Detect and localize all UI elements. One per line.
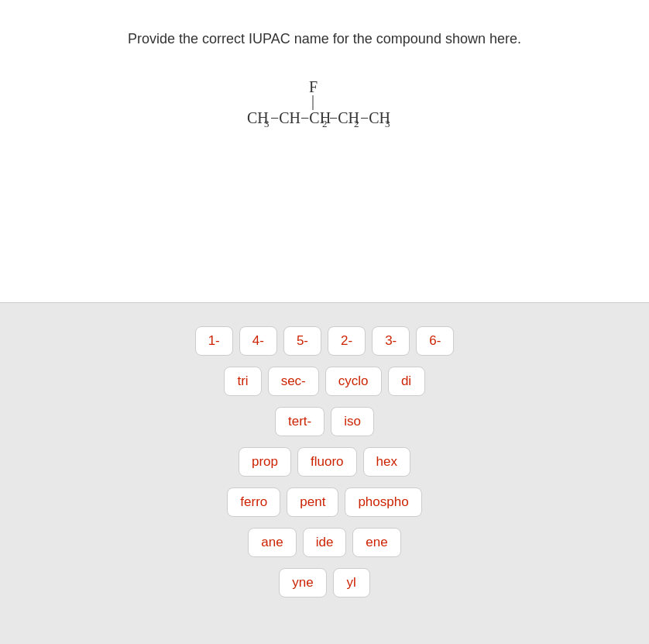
svg-text:2: 2 xyxy=(354,118,359,129)
token-row-5: ferro pent phospho xyxy=(227,487,421,517)
token-2-[interactable]: 2- xyxy=(328,326,366,356)
token-pent[interactable]: pent xyxy=(287,487,338,517)
token-tert[interactable]: tert- xyxy=(275,407,324,436)
compound-diagram: F | CH 3 −CH−CH 2 −CH 2 −CH 3 xyxy=(46,78,603,148)
token-row-4: prop fluoro hex xyxy=(239,447,410,477)
token-cyclo[interactable]: cyclo xyxy=(325,367,382,396)
token-fluoro[interactable]: fluoro xyxy=(297,447,357,477)
token-row-2: tri sec- cyclo di xyxy=(224,367,424,396)
token-ane[interactable]: ane xyxy=(248,528,296,557)
token-row-7: yne yl xyxy=(279,568,369,598)
token-yl[interactable]: yl xyxy=(333,568,370,598)
token-6-[interactable]: 6- xyxy=(416,326,454,356)
token-4-[interactable]: 4- xyxy=(239,326,277,356)
token-hex[interactable]: hex xyxy=(363,447,410,477)
token-ene[interactable]: ene xyxy=(352,528,400,557)
token-iso[interactable]: iso xyxy=(331,407,374,436)
token-area: 1- 4- 5- 2- 3- 6- tri sec- cyclo di tert… xyxy=(0,303,649,644)
token-1-[interactable]: 1- xyxy=(195,326,233,356)
token-5-[interactable]: 5- xyxy=(283,326,321,356)
token-row-1: 1- 4- 5- 2- 3- 6- xyxy=(195,326,455,356)
token-di[interactable]: di xyxy=(388,367,425,396)
svg-text:|: | xyxy=(311,92,314,110)
token-tri[interactable]: tri xyxy=(224,367,261,396)
token-prop[interactable]: prop xyxy=(239,447,291,477)
token-ferro[interactable]: ferro xyxy=(227,487,280,517)
svg-text:3: 3 xyxy=(264,118,270,129)
token-yne[interactable]: yne xyxy=(279,568,326,598)
token-phospho[interactable]: phospho xyxy=(345,487,421,517)
question-text: Provide the correct IUPAC name for the c… xyxy=(46,31,603,47)
svg-text:3: 3 xyxy=(385,118,390,129)
token-row-6: ane ide ene xyxy=(248,528,400,557)
token-sec[interactable]: sec- xyxy=(268,367,319,396)
token-3-[interactable]: 3- xyxy=(372,326,410,356)
token-ide[interactable]: ide xyxy=(303,528,347,557)
token-row-3: tert- iso xyxy=(275,407,374,436)
svg-text:2: 2 xyxy=(322,118,328,129)
chemical-structure: F | CH 3 −CH−CH 2 −CH 2 −CH 3 xyxy=(208,78,441,148)
